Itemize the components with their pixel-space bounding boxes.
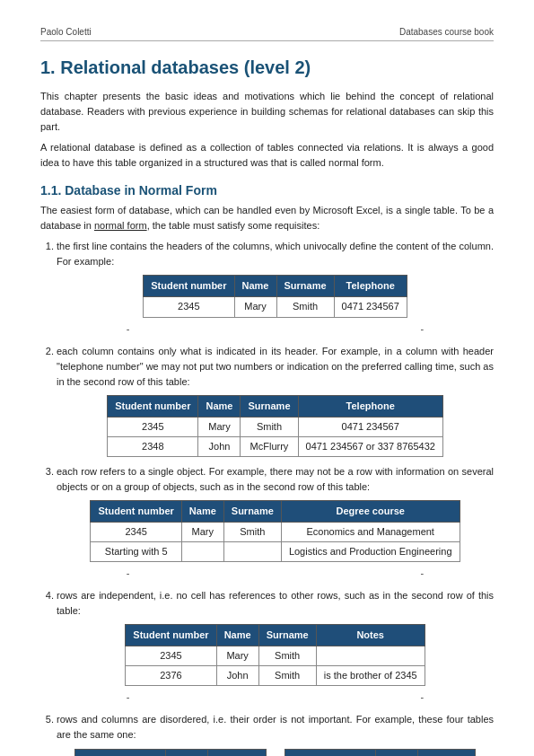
t4-r2c4: is the brother of 2345 xyxy=(316,666,425,686)
section-1-1-intro: The easiest form of database, which can … xyxy=(40,203,494,233)
table-2: Student number Name Surname Telephone 23… xyxy=(107,395,443,457)
list-item-3: each row refers to a single object. For … xyxy=(57,464,494,581)
t2-r1c3: Smith xyxy=(241,417,298,436)
t2-h2: Name xyxy=(198,395,241,417)
table-row: 2345 Mary Smith Economics and Management xyxy=(91,522,460,541)
table-1-wrap: Student number Name Surname Telephone 23… xyxy=(57,275,494,317)
list-item-3-text: each row refers to a single object. For … xyxy=(57,466,494,492)
t5a-h3: Surname xyxy=(208,749,266,756)
table-5b: Student number Name Surname 2376 John Mc… xyxy=(285,749,476,757)
t1-r1c4: 0471 234567 xyxy=(334,297,407,317)
t3-h1: Student number xyxy=(91,500,181,522)
requisites-list: the first line contains the headers of t… xyxy=(57,239,494,756)
list-item-2-text: each column contains only what is indica… xyxy=(57,346,494,387)
table-row: 2376 John Smith is the brother of 2345 xyxy=(126,666,425,686)
tables-5-top-row: Student number Name Surname 2345 Mary Sm… xyxy=(57,749,494,757)
intro-paragraph-1: This chapter presents the basic ideas an… xyxy=(40,89,494,135)
t4-h4: Notes xyxy=(316,625,425,646)
table-row: 2345 Mary Smith 0471 234567 xyxy=(108,417,443,436)
intro-paragraph-2: A relational database is defined as a co… xyxy=(40,140,494,171)
t2-r1c1: 2345 xyxy=(108,417,198,436)
t1-h1: Student number xyxy=(144,276,234,297)
t3-r1c4: Economics and Management xyxy=(281,522,460,541)
t4-r1c1: 2345 xyxy=(126,646,216,666)
dash-row-4: - - xyxy=(57,690,494,705)
t5b-h2: Name xyxy=(375,749,417,756)
t3-r2c2 xyxy=(181,542,223,562)
t3-r1c1: 2345 xyxy=(91,522,181,541)
t1-h4: Telephone xyxy=(334,276,407,297)
table-3: Student number Name Surname Degree cours… xyxy=(90,500,460,562)
table-3-wrap: Student number Name Surname Degree cours… xyxy=(57,500,494,562)
list-item-2: each column contains only what is indica… xyxy=(57,344,494,457)
t3-h3: Surname xyxy=(223,500,281,522)
t2-h3: Surname xyxy=(241,395,298,417)
t2-r2c1: 2348 xyxy=(108,436,198,456)
table-row: 2345 Mary Smith 0471 234567 xyxy=(144,297,407,317)
chapter-title: 1. Relational databases (level 2) xyxy=(40,57,494,78)
dash-row-3: - - xyxy=(57,566,494,581)
t4-h2: Name xyxy=(216,625,258,646)
t1-r1c1: 2345 xyxy=(144,297,234,317)
t2-h1: Student number xyxy=(108,395,198,417)
t5a-h2: Name xyxy=(166,749,208,756)
t1-h3: Surname xyxy=(276,276,334,297)
list-item-4: rows are independent, i.e. no cell has r… xyxy=(57,588,494,705)
t4-h3: Surname xyxy=(258,625,316,646)
t4-r2c2: John xyxy=(216,666,258,686)
table-4: Student number Name Surname Notes 2345 M… xyxy=(125,624,425,686)
t2-r2c4: 0471 234567 or 337 8765432 xyxy=(298,436,442,456)
t3-r1c3: Smith xyxy=(223,522,281,541)
header-left: Paolo Coletti xyxy=(40,27,92,37)
page: Paolo Coletti Databases course book 1. R… xyxy=(0,0,534,756)
list-item-1: the first line contains the headers of t… xyxy=(57,239,494,336)
table-5a: Student number Name Surname 2345 Mary Sm… xyxy=(74,749,266,757)
list-item-5: rows and columns are disordered, i.e. th… xyxy=(57,712,494,756)
dash-row-1: - - xyxy=(57,321,494,337)
table-row: 2345 Mary Smith xyxy=(126,646,425,666)
list-item-4-text: rows are independent, i.e. no cell has r… xyxy=(57,590,494,616)
t4-r2c1: 2376 xyxy=(126,666,216,686)
table-2-wrap: Student number Name Surname Telephone 23… xyxy=(57,395,494,457)
t3-h2: Name xyxy=(181,500,223,522)
t4-r1c3: Smith xyxy=(258,646,316,666)
t1-r1c3: Smith xyxy=(276,297,334,317)
t4-r2c3: Smith xyxy=(258,666,316,686)
t3-r2c4: Logistics and Production Engineering xyxy=(281,542,460,562)
t2-r2c2: John xyxy=(198,436,241,456)
t4-r1c4 xyxy=(316,646,425,666)
t1-r1c2: Mary xyxy=(234,297,276,317)
table-4-wrap: Student number Name Surname Notes 2345 M… xyxy=(57,624,494,686)
t2-r1c2: Mary xyxy=(198,417,241,436)
t2-r1c4: 0471 234567 xyxy=(298,417,442,436)
t3-h4: Degree course xyxy=(281,500,460,522)
section-1-1-heading: 1.1. Database in Normal Form xyxy=(40,183,494,198)
t1-h2: Name xyxy=(234,276,276,297)
list-item-5-text: rows and columns are disordered, i.e. th… xyxy=(57,714,494,740)
t3-r2c3 xyxy=(223,542,281,562)
t5b-h3: Surname xyxy=(417,749,475,756)
table-row: Starting with 5 Logistics and Production… xyxy=(91,542,460,562)
table-row: 2348 John McFlurry 0471 234567 or 337 87… xyxy=(108,436,443,456)
t3-r2c1: Starting with 5 xyxy=(91,542,181,562)
t5a-h1: Student number xyxy=(75,749,166,756)
t2-h4: Telephone xyxy=(298,395,442,417)
t3-r1c2: Mary xyxy=(181,522,223,541)
header-right: Databases course book xyxy=(399,27,494,37)
t4-r1c2: Mary xyxy=(216,646,258,666)
t2-r2c3: McFlurry xyxy=(241,436,298,456)
t4-h1: Student number xyxy=(126,625,216,646)
page-header: Paolo Coletti Databases course book xyxy=(40,27,494,41)
table-1: Student number Name Surname Telephone 23… xyxy=(143,275,407,317)
list-item-1-text: the first line contains the headers of t… xyxy=(57,241,494,267)
t5b-h1: Student number xyxy=(285,749,375,756)
